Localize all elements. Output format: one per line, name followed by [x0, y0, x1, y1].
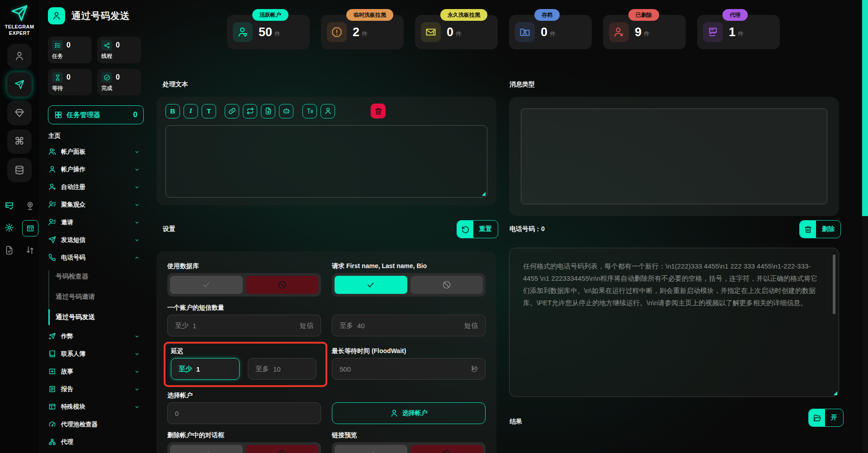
sidebar-item-invite[interactable]: 邀请 [48, 213, 151, 231]
stat-label: 完成 [101, 85, 137, 92]
delete-phones-button[interactable]: 删除 [799, 220, 841, 238]
sidebar-item-gather-audience[interactable]: 聚集观众 [48, 196, 151, 213]
floodwait-input[interactable]: 500 秒 [332, 358, 486, 380]
sidebar-item-account-actions[interactable]: 帐户操作 [48, 160, 151, 178]
doc-check-button[interactable] [1, 243, 17, 258]
sidebar-item-reports[interactable]: 报告 [48, 380, 151, 398]
reset-button[interactable]: 重置 [457, 220, 498, 238]
chevron-down-icon [134, 368, 140, 375]
clear-text-button[interactable] [371, 104, 386, 118]
link-preview-toggle[interactable] [332, 442, 486, 453]
page-title: 通过号码发送 [71, 9, 130, 22]
process-text-card: B I T [156, 97, 496, 205]
sidebar-item-contacts-book[interactable]: 联系人簿 [48, 345, 151, 363]
link-preview-yes[interactable] [335, 445, 407, 453]
resize-handle[interactable] [833, 391, 837, 395]
chevron-down-icon [134, 333, 140, 340]
bot-button[interactable] [279, 104, 293, 118]
textarea-scrollbar-thumb[interactable] [833, 255, 835, 314]
sidebar-item-auto-register[interactable]: 自动注册 [48, 178, 151, 196]
repeat-button[interactable] [243, 104, 257, 118]
text-button[interactable]: T [202, 104, 216, 118]
sidebar-item-label: 邀请 [61, 218, 73, 226]
message-type-dropzone[interactable] [521, 109, 827, 204]
report-icon [48, 385, 56, 393]
status-card-deleted: 已删除 9 件 [603, 15, 686, 49]
message-text-area[interactable] [165, 125, 487, 198]
sms-count-label: 一个账户的短信数量 [167, 304, 321, 312]
sidebar-subitem-send-by-number[interactable]: 通过号码发送 [56, 307, 151, 327]
use-db-toggle[interactable] [167, 273, 321, 297]
sidebar-item-special-modules[interactable]: 特殊模块 [48, 398, 151, 415]
rail-database-button[interactable] [7, 158, 32, 182]
brand-name: TELEGRAM EXPERT [5, 24, 34, 37]
rail-accounts-button[interactable] [7, 44, 32, 68]
sidebar-item-label: 特殊模块 [61, 403, 85, 411]
webcam-button[interactable] [22, 198, 38, 214]
file-insert-button[interactable] [261, 104, 275, 118]
sidebar-subitem-number-checker[interactable]: 号码检查器 [56, 266, 151, 287]
folder-open-icon [809, 409, 825, 426]
quick-stats: 0 任务 0 线程 0 等待 0 完成 [48, 37, 151, 95]
task-manager-button[interactable]: 任务管理器 0 [48, 105, 144, 124]
request-names-no[interactable] [410, 276, 483, 294]
rail-sender-button[interactable] [7, 72, 32, 97]
delay-min-input[interactable]: 至少 1 [171, 358, 240, 380]
sms-min-input[interactable]: 至少 1 短信 [167, 315, 321, 336]
phone-numbers-submenu: 号码检查器 通过号码邀请 通过号码发送 [48, 266, 151, 327]
user-list-icon [48, 201, 56, 208]
gem-icon [14, 108, 24, 118]
request-names-yes[interactable] [335, 276, 407, 294]
status-card-proxy: 代理 1 件 [697, 15, 780, 49]
status-unit: 件 [644, 30, 650, 38]
sms-max-input[interactable]: 至多 40 短信 [332, 315, 486, 336]
sidebar-item-send-sms[interactable]: 发送短信 [48, 231, 151, 249]
swap-button[interactable] [22, 243, 38, 258]
use-db-no[interactable] [246, 276, 319, 294]
rail-command-button[interactable]: ⌘ [7, 129, 32, 154]
link-button[interactable] [225, 104, 239, 118]
delete-dialogs-no[interactable] [246, 445, 319, 453]
delete-dialogs-yes[interactable] [170, 445, 243, 453]
link-preview-label: 链接预览 [332, 431, 486, 439]
use-db-yes[interactable] [170, 276, 243, 294]
mention-button[interactable] [321, 104, 335, 118]
settings-gear-button[interactable] [1, 220, 17, 236]
input-prefix: 至多 [340, 321, 353, 330]
select-accounts-button[interactable]: 选择帐户 [332, 402, 486, 424]
selected-accounts-count-input[interactable]: 0 [167, 402, 321, 424]
stat-label: 线程 [101, 52, 137, 60]
server-check-button[interactable] [1, 198, 17, 214]
code-window-button[interactable] [22, 220, 38, 236]
sidebar-item-proxy[interactable]: 代理 [48, 433, 151, 451]
status-badge: 已删除 [628, 9, 659, 21]
sidebar-item-home[interactable]: 主页 [48, 129, 151, 143]
delay-max-input[interactable]: 至多 10 [248, 358, 316, 380]
link-preview-no[interactable] [410, 445, 483, 453]
gauge-icon [48, 420, 56, 428]
rail-premium-button[interactable] [7, 101, 32, 125]
sidebar-item-phone-numbers[interactable]: 电话号码 [48, 249, 151, 266]
italic-button[interactable]: I [184, 104, 198, 118]
chevron-down-icon [134, 219, 140, 226]
app-logo-icon [11, 5, 28, 22]
sidebar-item-stories[interactable]: 故事 [48, 363, 151, 380]
sidebar-item-label: 发送短信 [61, 236, 85, 244]
text-style-button[interactable] [302, 104, 317, 118]
sidebar-item-cheat[interactable]: 作弊 [48, 327, 151, 345]
open-result-button[interactable]: 开 [808, 409, 844, 427]
page-scrollbar-thumb[interactable] [862, 0, 868, 216]
sidebar-item-proxy-pool-checker[interactable]: 代理池检查器 [48, 415, 151, 433]
page-scrollbar[interactable] [862, 0, 868, 453]
rail-utility-icons [1, 198, 38, 258]
sidebar-subitem-invite-by-number[interactable]: 通过号码邀请 [56, 287, 151, 307]
request-names-toggle[interactable] [332, 273, 486, 297]
status-badge: 存档 [534, 9, 560, 21]
delete-dialogs-toggle[interactable] [167, 442, 321, 453]
chevron-down-icon [134, 386, 140, 392]
bold-button[interactable]: B [165, 104, 180, 118]
sidebar-item-label: 帐户操作 [61, 165, 85, 174]
phone-numbers-textarea[interactable]: 任何格式的电话号码列表，每个都有一个新行：\n1(222)333 4455\n1… [509, 248, 839, 397]
resize-handle[interactable] [481, 191, 486, 196]
sidebar-item-accounts-panel[interactable]: 帐户面板 [48, 143, 151, 160]
